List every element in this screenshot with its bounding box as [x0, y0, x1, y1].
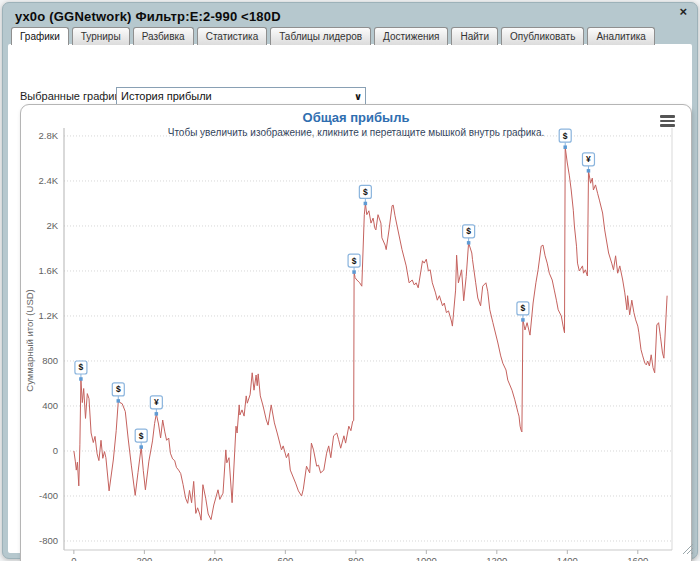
app-window: yx0o (GGNetwork) Фильтр:E:2-990 <180D × …: [2, 2, 698, 559]
y-axis-title: Суммарный итог (USD): [24, 289, 35, 391]
tab-bar: ГрафикиТурнирыРазбивкаСтатистикаТаблицы …: [11, 27, 655, 45]
tab[interactable]: Найти: [451, 27, 498, 45]
win-marker-symbol: $: [139, 431, 144, 441]
y-tick-label: 2.4K: [38, 175, 58, 186]
x-tick-label: 1000: [416, 555, 437, 561]
chart-panel: Общая прибыль Чтобы увеличить изображени…: [20, 104, 692, 561]
marker-anchor-dot: [117, 399, 121, 403]
window-title: yx0o (GGNetwork) Фильтр:E:2-990 <180D: [15, 9, 281, 24]
marker-anchor-dot: [155, 412, 159, 416]
y-tick-label: -400: [39, 490, 58, 501]
x-tick-label: 1600: [627, 555, 648, 561]
close-icon[interactable]: ×: [679, 5, 687, 19]
marker-anchor-dot: [467, 241, 471, 245]
graph-select-value: История прибыли: [121, 90, 212, 102]
tab[interactable]: Статистика: [197, 27, 268, 45]
y-tick-label: 800: [42, 355, 58, 366]
x-tick-label: 800: [348, 555, 364, 561]
content-area: Выбранные графики: История прибыли ∨ Общ…: [8, 44, 692, 553]
marker-anchor-dot: [352, 270, 356, 274]
win-marker-symbol: $: [116, 384, 121, 394]
marker-anchor-dot: [79, 377, 83, 381]
chevron-down-icon: ∨: [354, 89, 362, 105]
tab[interactable]: Аналитика: [587, 27, 655, 45]
win-marker-symbol: ¥: [154, 397, 159, 407]
win-marker-symbol: $: [521, 303, 526, 313]
x-tick-label: 400: [207, 555, 223, 561]
x-tick-label: 600: [277, 555, 293, 561]
win-marker-symbol: $: [363, 187, 368, 197]
marker-anchor-dot: [139, 445, 143, 449]
graph-select-dropdown[interactable]: История прибыли ∨: [116, 87, 366, 105]
y-tick-label: 400: [42, 400, 58, 411]
x-tick-label: 0: [71, 555, 76, 561]
marker-anchor-dot: [521, 318, 525, 322]
marker-anchor-dot: [587, 169, 591, 173]
win-marker-symbol: $: [79, 362, 84, 372]
marker-anchor-dot: [364, 202, 368, 206]
x-tick-label: 1200: [486, 555, 507, 561]
profit-line: [74, 147, 667, 520]
tab[interactable]: Графики: [11, 27, 69, 45]
tab[interactable]: Таблицы лидеров: [270, 27, 371, 45]
win-marker-symbol: $: [466, 226, 471, 236]
graph-select-label: Выбранные графики:: [20, 90, 128, 102]
tab[interactable]: Опубликовать: [501, 27, 584, 45]
win-marker-symbol: ¥: [586, 154, 591, 164]
tab[interactable]: Достижения: [374, 27, 448, 45]
tab[interactable]: Турниры: [72, 27, 130, 45]
win-marker-symbol: $: [352, 256, 357, 266]
win-marker-symbol: $: [563, 131, 568, 141]
y-tick-label: 1.6K: [38, 265, 58, 276]
x-tick-label: 200: [136, 555, 152, 561]
y-tick-label: -800: [39, 535, 58, 546]
y-tick-label: 2.8K: [38, 130, 58, 141]
chart-plot[interactable]: -800-40004008001.2K1.6K2K2.4K2.8K0200400…: [21, 105, 691, 561]
tab[interactable]: Разбивка: [133, 27, 194, 45]
y-tick-label: 0: [53, 445, 58, 456]
marker-anchor-dot: [563, 145, 567, 149]
y-tick-label: 2K: [46, 220, 58, 231]
x-tick-label: 1400: [557, 555, 578, 561]
y-tick-label: 1.2K: [38, 310, 58, 321]
